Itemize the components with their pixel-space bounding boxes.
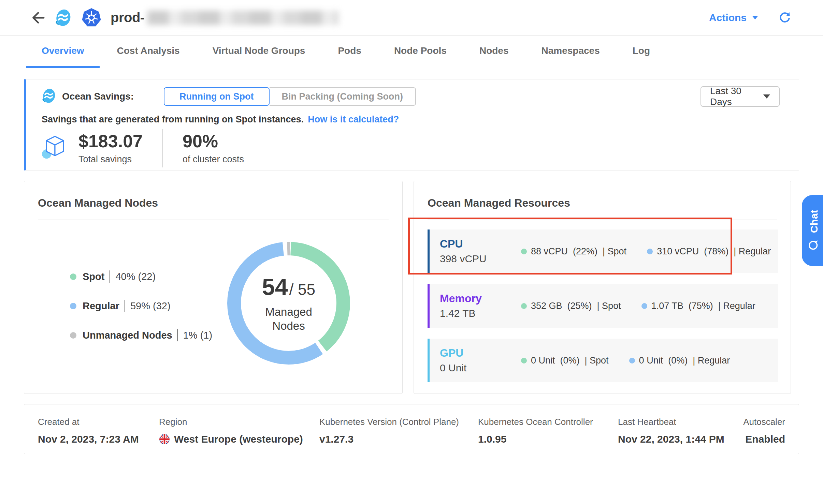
managed-nodes-title: Ocean Managed Nodes [38,197,158,209]
refresh-icon[interactable] [778,11,792,25]
resource-row-cpu: CPU 398 vCPU 88 vCPU (22%) | Spot 310 vC… [428,229,778,273]
memory-label: Memory [440,293,521,305]
footer-autoscaler: Autoscaler Enabled [743,417,785,454]
spot-dot [521,358,527,364]
legend-item-unmanaged: Unmanaged Nodes 1% (1) [70,328,212,343]
spot-dot [521,249,527,254]
period-select-value: Last 30 Days [710,86,763,107]
regular-dot [629,358,635,364]
divider [38,220,389,220]
footer-created-at: Created at Nov 2, 2023, 7:23 AM [38,417,159,454]
managed-nodes-donut-chart: 54 / 55 Managed Nodes [227,242,350,365]
gpu-regular-stat: 0 Unit (0%) | Regular [629,355,730,366]
divider [162,129,163,167]
header: prod- Actions [0,0,823,35]
managed-resources-title: Ocean Managed Resources [428,197,570,209]
divider [110,270,110,283]
ocean-savings-label: Ocean Savings: [62,91,134,102]
chevron-down-icon [763,94,770,99]
tab-overview[interactable]: Overview [26,35,100,68]
cpu-regular-stat: 310 vCPU (78%) | Regular [647,246,771,257]
cluster-info-bar: Created at Nov 2, 2023, 7:23 AM Region [24,404,799,454]
ocean-wave-icon [41,88,57,105]
cpu-spot-stat: 88 vCPU (22%) | Spot [521,246,626,257]
footer-region: Region West Europe (westeurope) [159,417,319,454]
gpu-label: GPU [440,347,521,359]
tab-pods[interactable]: Pods [322,35,376,68]
regular-dot [70,303,76,309]
memory-regular-stat: 1.07 TB (75%) | Regular [641,301,755,311]
footer-last-heartbeat: Last Heartbeat Nov 22, 2023, 1:44 PM [618,417,736,454]
ocean-logo-icon [54,9,72,27]
spot-dot [70,273,76,280]
tab-nodes[interactable]: Nodes [464,35,524,68]
tab-virtual-node-groups[interactable]: Virtual Node Groups [197,35,321,68]
savings-percent-value: 90% [183,132,244,151]
tab-cost-analysis[interactable]: Cost Analysis [102,35,195,68]
tab-namespaces[interactable]: Namespaces [526,35,615,68]
legend-item-regular: Regular 59% (32) [70,298,212,313]
tab-log[interactable]: Log [617,35,665,68]
divider [177,329,178,341]
spot-dot [521,303,527,309]
uk-flag-icon [159,434,170,445]
savings-percent-label: of cluster costs [183,154,244,165]
memory-spot-stat: 352 GB (25%) | Spot [521,301,621,311]
divider [428,220,777,220]
footer-ocean-controller: Kubernetes Ocean Controller 1.0.95 [478,417,618,454]
legend-item-spot: Spot 40% (22) [70,269,212,284]
cpu-label: CPU [440,238,521,250]
regular-dot [641,303,647,309]
chat-bubble-icon [808,238,821,251]
chevron-down-icon [752,16,758,19]
gpu-total: 0 Unit [440,362,521,374]
back-button[interactable] [29,10,45,26]
ocean-managed-nodes-card: Ocean Managed Nodes Spot 40% (22) Regula… [24,181,403,394]
savings-description: Savings that are generated from running … [42,114,399,125]
memory-total: 1.42 TB [440,308,521,319]
cluster-name-prefix: prod- [111,10,145,25]
how-calculated-link[interactable]: How is it calculated? [308,114,399,124]
page-title: prod- [111,10,338,25]
cluster-name-redacted [147,11,338,25]
unmanaged-dot [70,332,76,339]
resource-row-memory: Memory 1.42 TB 352 GB (25%) | Spot 1.07 … [428,284,778,328]
running-on-spot-toggle[interactable]: Running on Spot [164,87,269,106]
footer-k8s-version: Kubernetes Version (Control Plane) v1.27… [319,417,478,454]
kubernetes-logo-icon [81,8,102,28]
cpu-total: 398 vCPU [440,253,521,265]
regular-dot [647,249,653,254]
total-savings-label: Total savings [78,154,143,165]
gpu-spot-stat: 0 Unit (0%) | Spot [521,355,609,366]
savings-toggle: Running on Spot Bin Packing (Coming Soon… [164,87,416,106]
nodes-legend: Spot 40% (22) Regular 59% (32) Unmanaged… [70,269,212,357]
period-select[interactable]: Last 30 Days [701,86,780,107]
tab-bar: Overview Cost Analysis Virtual Node Grou… [0,35,823,68]
ocean-cluster-overview-page: prod- Actions Overview Cost Analysis Vir… [0,0,823,504]
savings-cube-icon [41,134,69,163]
actions-button[interactable]: Actions [709,12,758,24]
ocean-managed-resources-card: Ocean Managed Resources CPU 398 vCPU 88 … [414,181,791,394]
ocean-savings-panel: Ocean Savings: Running on Spot Bin Packi… [24,79,799,171]
resource-row-gpu: GPU 0 Unit 0 Unit (0%) | Spot 0 Unit (0%… [428,339,778,382]
tab-node-pools[interactable]: Node Pools [379,35,462,68]
divider [125,300,125,312]
donut-center-label: 54 / 55 Managed Nodes [227,242,350,365]
bin-packing-toggle[interactable]: Bin Packing (Coming Soon) [270,87,416,106]
actions-label: Actions [709,12,747,24]
total-savings-value: $183.07 [78,132,143,151]
chat-button[interactable]: Chat [802,195,823,266]
chat-label: Chat [808,210,820,233]
back-arrow-icon [29,10,45,26]
